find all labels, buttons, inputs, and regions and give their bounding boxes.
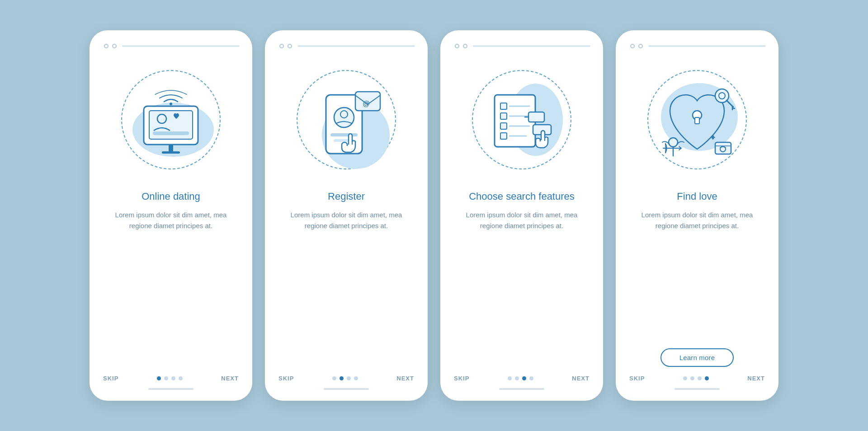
card-bottom-2: SKIP NEXT <box>278 375 415 390</box>
dot-3-2 <box>515 376 519 380</box>
dot-1-1 <box>157 376 161 380</box>
top-circle-8 <box>638 44 643 48</box>
illustration-3 <box>463 56 580 183</box>
dot-4-1 <box>683 376 687 380</box>
top-bar-4 <box>628 44 766 48</box>
svg-rect-17 <box>500 103 507 109</box>
phone-card-4: Find love Lorem ipsum dolor sit dim amet… <box>616 30 778 401</box>
bottom-bar-1 <box>148 388 193 390</box>
nav-row-2: SKIP NEXT <box>278 375 415 382</box>
svg-rect-4 <box>169 145 173 152</box>
next-button-4[interactable]: NEXT <box>747 375 765 382</box>
nav-dots-4 <box>683 376 709 380</box>
top-line-3 <box>473 45 590 47</box>
nav-row-4: SKIP NEXT <box>628 375 766 382</box>
dot-4-3 <box>698 376 702 380</box>
svg-rect-25 <box>528 112 544 122</box>
phone-card-1: Online dating Lorem ipsum dolor sit dim … <box>90 30 252 401</box>
dot-3-4 <box>529 376 533 380</box>
bottom-bar-3 <box>499 388 544 390</box>
card-title-3: Choose search features <box>469 190 575 203</box>
dot-1-2 <box>164 376 168 380</box>
top-circle-3 <box>279 44 284 48</box>
card-body-2: Lorem ipsum dolor sit dim amet, mea regi… <box>278 210 415 367</box>
card-body-4: Lorem ipsum dolor sit dim amet, mea regi… <box>628 210 766 340</box>
nav-dots-1 <box>157 376 183 380</box>
next-button-2[interactable]: NEXT <box>396 375 414 382</box>
dot-2-4 <box>354 376 358 380</box>
svg-text:@: @ <box>363 100 370 108</box>
screens-container: Online dating Lorem ipsum dolor sit dim … <box>90 30 778 401</box>
card-body-3: Lorem ipsum dolor sit dim amet, mea regi… <box>453 210 590 367</box>
card-title-2: Register <box>328 190 365 203</box>
top-circle-7 <box>630 44 635 48</box>
dot-1-4 <box>179 376 183 380</box>
svg-point-6 <box>170 103 172 105</box>
top-circle-6 <box>463 44 467 48</box>
svg-rect-18 <box>500 113 507 119</box>
svg-rect-10 <box>330 133 358 136</box>
top-bar-1 <box>102 44 240 48</box>
next-button-3[interactable]: NEXT <box>572 375 590 382</box>
top-circle-2 <box>112 44 117 48</box>
dot-1-3 <box>171 376 175 380</box>
dot-4-2 <box>690 376 694 380</box>
dot-3-1 <box>508 376 512 380</box>
learn-more-button[interactable]: Learn more <box>660 348 734 367</box>
skip-button-2[interactable]: SKIP <box>278 375 294 382</box>
card-bottom-3: SKIP NEXT <box>453 375 590 390</box>
bottom-bar-4 <box>675 388 720 390</box>
search-features-icon <box>474 72 569 167</box>
svg-rect-20 <box>500 133 507 139</box>
svg-point-36 <box>669 138 678 147</box>
dot-3-3 <box>522 376 526 380</box>
nav-dots-2 <box>332 376 358 380</box>
illustration-1 <box>112 56 230 183</box>
dot-2-3 <box>347 376 351 380</box>
register-icon: @ <box>301 70 392 169</box>
top-bar-3 <box>453 44 590 48</box>
illustration-4 <box>638 56 756 183</box>
card-bottom-1: SKIP NEXT <box>102 375 240 390</box>
card-bottom-4: SKIP NEXT <box>628 375 766 390</box>
find-love-icon <box>650 72 745 167</box>
top-circle-1 <box>104 44 108 48</box>
nav-row-3: SKIP NEXT <box>453 375 590 382</box>
online-dating-icon <box>126 75 216 165</box>
next-button-1[interactable]: NEXT <box>221 375 239 382</box>
top-line-4 <box>648 45 766 47</box>
dot-2-2 <box>340 376 344 380</box>
dot-2-1 <box>332 376 336 380</box>
skip-button-4[interactable]: SKIP <box>629 375 645 382</box>
top-line-2 <box>297 45 415 47</box>
top-line-1 <box>122 45 240 47</box>
svg-rect-39 <box>715 142 731 154</box>
svg-rect-5 <box>162 151 180 154</box>
bottom-bar-2 <box>324 388 369 390</box>
top-circle-4 <box>288 44 292 48</box>
top-bar-2 <box>278 44 415 48</box>
dot-4-4 <box>705 376 709 380</box>
skip-button-3[interactable]: SKIP <box>454 375 469 382</box>
svg-rect-3 <box>153 131 189 135</box>
skip-button-1[interactable]: SKIP <box>103 375 118 382</box>
top-circle-5 <box>455 44 459 48</box>
card-title-4: Find love <box>677 190 717 203</box>
illustration-2: @ <box>288 56 405 183</box>
nav-dots-3 <box>508 376 533 380</box>
card-body-1: Lorem ipsum dolor sit dim amet, mea regi… <box>102 210 240 367</box>
svg-rect-19 <box>500 123 507 129</box>
nav-row-1: SKIP NEXT <box>102 375 240 382</box>
phone-card-3: Choose search features Lorem ipsum dolor… <box>440 30 603 401</box>
svg-rect-30 <box>695 117 699 124</box>
phone-card-2: @ Register Lorem ipsum dolor sit dim ame… <box>265 30 428 401</box>
card-title-1: Online dating <box>142 190 200 203</box>
